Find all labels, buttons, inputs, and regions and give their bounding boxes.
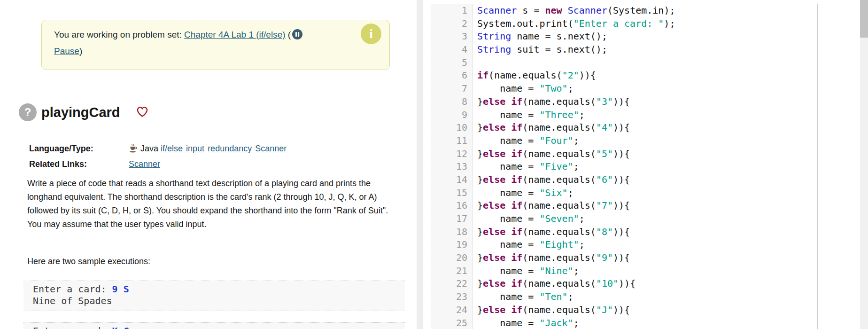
code-line[interactable]: 4String suit = s.next(); bbox=[431, 43, 817, 56]
code-text: name = "Nine"; bbox=[473, 265, 579, 278]
line-number: 9 bbox=[431, 109, 473, 122]
banner-text: You are working on problem set: bbox=[54, 30, 184, 39]
code-line[interactable]: 17 name = "Seven"; bbox=[431, 212, 817, 226]
tag-link-ifelse[interactable]: if/else bbox=[161, 144, 183, 153]
banner-paren-open: ( bbox=[286, 30, 291, 39]
code-text: name = "Seven"; bbox=[473, 212, 585, 226]
code-line[interactable]: 2System.out.print("Enter a card: "); bbox=[431, 17, 817, 31]
code-line[interactable]: 11 name = "Four"; bbox=[431, 134, 817, 148]
line-number: 16 bbox=[431, 199, 473, 212]
code-text: name = "Jack"; bbox=[473, 317, 579, 329]
pause-icon[interactable] bbox=[292, 29, 303, 44]
sample-prompt: Enter a card: bbox=[33, 283, 112, 295]
sample-input: 9 S bbox=[112, 283, 129, 295]
problem-set-link[interactable]: Chapter 4A Lab 1 (if/else) bbox=[184, 30, 285, 39]
problem-set-banner: You are working on problem set: Chapter … bbox=[41, 20, 390, 70]
code-line[interactable]: 24}else if(name.equals("J")){ bbox=[431, 304, 817, 317]
scrollbar-thumb[interactable] bbox=[860, 0, 868, 38]
code-line[interactable]: 25 name = "Jack"; bbox=[431, 317, 817, 329]
problem-description: Write a piece of code that reads a short… bbox=[27, 177, 393, 231]
code-text: }else if(name.equals("3")){ bbox=[473, 95, 630, 109]
code-text: name = "Five"; bbox=[473, 160, 579, 173]
code-text: }else if(name.equals("10")){ bbox=[473, 277, 636, 290]
code-line[interactable]: 3String name = s.next(); bbox=[431, 30, 817, 43]
language-type-label: Language/Type: bbox=[29, 142, 129, 157]
favorite-button[interactable] bbox=[135, 105, 149, 120]
sample-prompt: Enter a card: bbox=[33, 325, 112, 329]
code-line[interactable]: 7 name = "Two"; bbox=[431, 82, 817, 95]
code-text: }else if(name.equals("8")){ bbox=[473, 226, 630, 239]
sample-run-1: Enter a card: 9 S Nine of Spades bbox=[23, 281, 405, 311]
code-line[interactable]: 9 name = "Three"; bbox=[431, 109, 817, 122]
code-text: Scanner s = new Scanner(System.in); bbox=[473, 4, 675, 17]
sample-input: K C bbox=[112, 325, 129, 329]
code-line[interactable]: 16}else if(name.equals("7")){ bbox=[431, 199, 817, 212]
practice-it-page: You are working on problem set: Chapter … bbox=[0, 0, 868, 329]
line-number: 7 bbox=[431, 82, 473, 95]
line-number: 4 bbox=[431, 43, 473, 56]
code-text: }else if(name.equals("J")){ bbox=[473, 304, 630, 317]
code-line[interactable]: 5 bbox=[431, 56, 817, 70]
line-number: 22 bbox=[431, 277, 473, 290]
code-text: String name = s.next(); bbox=[473, 30, 607, 43]
problem-meta: Language/Type: Java if/elseinputredundan… bbox=[29, 142, 290, 171]
code-line[interactable]: 19 name = "Eight"; bbox=[431, 238, 817, 251]
related-scanner-link[interactable]: Scanner bbox=[129, 159, 160, 169]
code-line[interactable]: 22}else if(name.equals("10")){ bbox=[431, 277, 817, 290]
page-scrollbar[interactable] bbox=[860, 0, 868, 329]
line-number: 1 bbox=[431, 4, 473, 17]
code-line[interactable]: 8}else if(name.equals("3")){ bbox=[431, 95, 817, 109]
code-editor[interactable]: 1Scanner s = new Scanner(System.in);2Sys… bbox=[431, 4, 818, 329]
code-line[interactable]: 12}else if(name.equals("5")){ bbox=[431, 148, 817, 161]
code-text: name = "Eight"; bbox=[473, 238, 585, 251]
line-number: 19 bbox=[431, 238, 473, 251]
related-links-label: Related Links: bbox=[29, 157, 129, 171]
code-line[interactable]: 1Scanner s = new Scanner(System.in); bbox=[431, 4, 817, 17]
code-text: }else if(name.equals("4")){ bbox=[473, 121, 630, 134]
line-number: 8 bbox=[431, 95, 473, 109]
language-name: Java bbox=[140, 144, 158, 153]
code-line[interactable]: 23 name = "Ten"; bbox=[431, 290, 817, 304]
line-number: 2 bbox=[431, 17, 473, 31]
code-text: String suit = s.next(); bbox=[473, 43, 607, 56]
code-line[interactable]: 15 name = "Six"; bbox=[431, 187, 817, 200]
code-text: }else if(name.equals("5")){ bbox=[473, 148, 630, 161]
code-line[interactable]: 14}else if(name.equals("6")){ bbox=[431, 173, 817, 187]
tag-link-redundancy[interactable]: redundancy bbox=[208, 144, 252, 153]
sample-run-2: Enter a card: K C bbox=[23, 322, 405, 329]
pause-link[interactable]: Pause bbox=[54, 46, 79, 56]
code-line[interactable]: 6if(name.equals("2")){ bbox=[431, 69, 817, 82]
page-title: playingCard bbox=[41, 105, 120, 120]
line-number: 23 bbox=[431, 290, 473, 304]
question-mark-icon: ? bbox=[19, 103, 37, 121]
line-number: 18 bbox=[431, 226, 473, 239]
heart-outline-icon bbox=[135, 105, 149, 120]
sample-output: Nine of Spades bbox=[33, 295, 395, 307]
tag-link-input[interactable]: input bbox=[186, 144, 204, 153]
code-text: name = "Three"; bbox=[473, 109, 585, 122]
language-type-row: Language/Type: Java if/elseinputredundan… bbox=[29, 142, 290, 157]
info-icon[interactable]: i bbox=[361, 24, 381, 44]
code-line[interactable]: 13 name = "Five"; bbox=[431, 160, 817, 173]
problem-heading: ? playingCard bbox=[19, 102, 149, 122]
line-number: 12 bbox=[431, 148, 473, 161]
code-text: }else if(name.equals("7")){ bbox=[473, 199, 630, 212]
line-number: 3 bbox=[431, 30, 473, 43]
code-text: }else if(name.equals("6")){ bbox=[473, 173, 630, 187]
code-line[interactable]: 18}else if(name.equals("8")){ bbox=[431, 226, 817, 239]
line-number: 14 bbox=[431, 173, 473, 187]
line-number: 11 bbox=[431, 134, 473, 148]
line-number: 13 bbox=[431, 160, 473, 173]
line-number: 21 bbox=[431, 265, 473, 278]
code-text: name = "Six"; bbox=[473, 187, 574, 200]
line-number: 10 bbox=[431, 121, 473, 134]
code-line[interactable]: 20}else if(name.equals("9")){ bbox=[431, 251, 817, 265]
line-number: 25 bbox=[431, 317, 473, 329]
tag-link-scanner[interactable]: Scanner bbox=[255, 144, 287, 153]
line-number: 6 bbox=[431, 69, 473, 82]
panel-divider[interactable] bbox=[417, 0, 423, 329]
code-line[interactable]: 21 name = "Nine"; bbox=[431, 265, 817, 278]
code-text: name = "Four"; bbox=[473, 134, 579, 148]
code-line[interactable]: 10}else if(name.equals("4")){ bbox=[431, 121, 817, 134]
code-text: }else if(name.equals("9")){ bbox=[473, 251, 630, 265]
